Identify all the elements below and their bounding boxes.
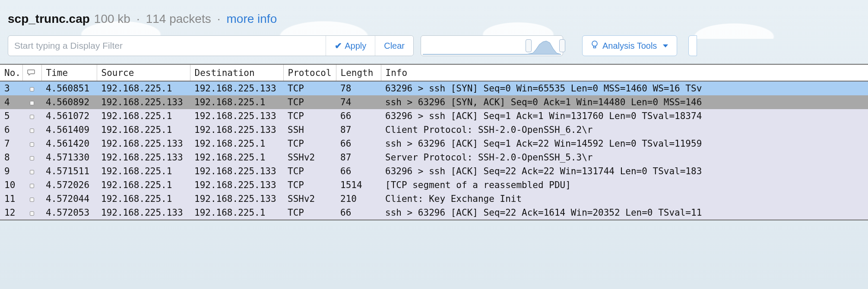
cell-no: 11 [0,192,22,206]
cell-no: 4 [0,95,22,109]
table-row[interactable]: 84.571330192.168.225.133192.168.225.1SSH… [0,151,868,164]
overflow-button[interactable] [688,35,697,56]
comment-marker-icon [30,211,34,216]
cell-source: 192.168.225.133 [97,95,190,109]
cell-no: 12 [0,206,22,220]
cell-info: Client: Key Exchange Init [381,192,868,206]
separator-dot: · [136,12,140,26]
cell-length: 74 [336,95,381,109]
cell-info: 63296 > ssh [SYN] Seq=0 Win=65535 Len=0 … [381,81,868,95]
cell-time: 4.561420 [41,137,97,151]
cell-no: 10 [0,178,22,192]
cell-destination: 192.168.225.133 [190,109,283,123]
cell-no: 3 [0,81,22,95]
clear-label: Clear [384,41,405,51]
cell-comment [22,192,41,206]
svg-rect-1 [594,46,596,48]
cell-protocol: TCP [283,109,336,123]
cell-destination: 192.168.225.1 [190,137,283,151]
col-header-destination[interactable]: Destination [190,65,283,81]
col-header-comment[interactable] [22,65,41,81]
toolbar: ✔ Apply Clear Analysis Tools [0,29,868,64]
packet-table-container: No. Time Source Destination Protocol Len… [0,64,868,220]
cell-destination: 192.168.225.1 [190,151,283,164]
cell-length: 210 [336,192,381,206]
file-header: scp_trunc.cap 100 kb · 114 packets · mor… [0,0,868,29]
table-row[interactable]: 104.572026192.168.225.1192.168.225.133TC… [0,178,868,192]
range-handle-left[interactable] [526,39,532,52]
cell-time: 4.572044 [41,192,97,206]
cell-destination: 192.168.225.133 [190,164,283,178]
comment-marker-icon [30,115,34,119]
comment-marker-icon [30,184,34,188]
cell-info: ssh > 63296 [SYN, ACK] Seq=0 Ack=1 Win=1… [381,95,868,109]
comment-marker-icon [30,87,34,91]
more-info-link[interactable]: more info [227,12,277,26]
cell-length: 87 [336,151,381,164]
cell-length: 66 [336,137,381,151]
table-row[interactable]: 94.571511192.168.225.1192.168.225.133TCP… [0,164,868,178]
cell-time: 4.572053 [41,206,97,220]
col-header-info[interactable]: Info [381,65,868,81]
col-header-length[interactable]: Length [336,65,381,81]
apply-button[interactable]: ✔ Apply [326,36,375,56]
col-header-source[interactable]: Source [97,65,190,81]
cell-source: 192.168.225.1 [97,81,190,95]
cell-no: 6 [0,123,22,137]
cell-protocol: SSHv2 [283,151,336,164]
cell-source: 192.168.225.1 [97,192,190,206]
file-name: scp_trunc.cap [8,12,90,26]
table-row[interactable]: 64.561409192.168.225.1192.168.225.133SSH… [0,123,868,137]
table-row[interactable]: 44.560892192.168.225.133192.168.225.1TCP… [0,95,868,109]
col-header-no[interactable]: No. [0,65,22,81]
comment-marker-icon [30,198,34,202]
cell-protocol: TCP [283,95,336,109]
cell-protocol: TCP [283,178,336,192]
analysis-tools-button[interactable]: Analysis Tools [582,35,677,56]
range-handle-right[interactable] [559,39,565,52]
table-row[interactable]: 114.572044192.168.225.1192.168.225.133SS… [0,192,868,206]
cell-length: 66 [336,109,381,123]
col-header-time[interactable]: Time [41,65,97,81]
clear-button[interactable]: Clear [375,36,413,56]
cell-time: 4.571330 [41,151,97,164]
cell-time: 4.571511 [41,164,97,178]
timeline-sparkline-icon [423,40,561,55]
cell-source: 192.168.225.1 [97,164,190,178]
cell-protocol: TCP [283,206,336,220]
cell-info: Server Protocol: SSH-2.0-OpenSSH_5.3\r [381,151,868,164]
cell-destination: 192.168.225.1 [190,206,283,220]
cell-time: 4.572026 [41,178,97,192]
cell-protocol: TCP [283,137,336,151]
table-header-row: No. Time Source Destination Protocol Len… [0,65,868,81]
cell-comment [22,206,41,220]
table-row[interactable]: 74.561420192.168.225.133192.168.225.1TCP… [0,137,868,151]
cell-source: 192.168.225.133 [97,206,190,220]
apply-label: Apply [345,41,366,51]
table-row[interactable]: 34.560851192.168.225.1192.168.225.133TCP… [0,81,868,95]
comment-marker-icon [30,156,34,160]
separator-dot: · [217,12,221,26]
cell-time: 4.560892 [41,95,97,109]
cell-protocol: SSH [283,123,336,137]
cell-comment [22,95,41,109]
display-filter-input[interactable] [8,36,326,56]
cell-info: ssh > 63296 [ACK] Seq=22 Ack=1614 Win=20… [381,206,868,220]
cell-length: 66 [336,164,381,178]
cell-destination: 192.168.225.133 [190,192,283,206]
file-size: 100 kb [94,12,130,26]
col-header-protocol[interactable]: Protocol [283,65,336,81]
cell-time: 4.561072 [41,109,97,123]
table-row[interactable]: 54.561072192.168.225.1192.168.225.133TCP… [0,109,868,123]
table-row[interactable]: 124.572053192.168.225.133192.168.225.1TC… [0,206,868,220]
cell-info: 63296 > ssh [ACK] Seq=1 Ack=1 Win=131760… [381,109,868,123]
cell-no: 5 [0,109,22,123]
timeline-range[interactable] [421,35,563,56]
cell-source: 192.168.225.1 [97,178,190,192]
cell-destination: 192.168.225.133 [190,81,283,95]
cell-destination: 192.168.225.133 [190,178,283,192]
cell-info: ssh > 63296 [ACK] Seq=1 Ack=22 Win=14592… [381,137,868,151]
cell-info: [TCP segment of a reassembled PDU] [381,178,868,192]
cell-time: 4.561409 [41,123,97,137]
comment-marker-icon [30,101,34,105]
